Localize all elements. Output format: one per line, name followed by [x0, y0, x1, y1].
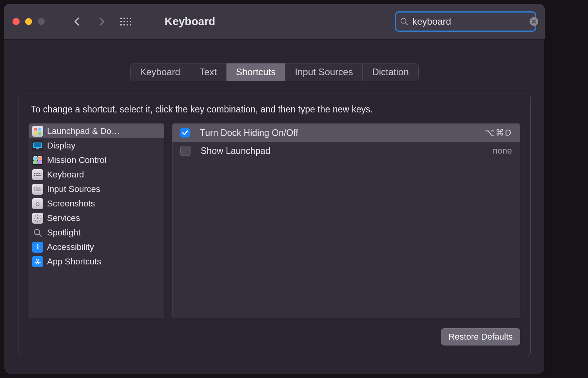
svg-rect-16 — [37, 173, 38, 174]
pane-body: KeyboardTextShortcutsInput SourcesDictat… — [4, 40, 545, 368]
category-label: Display — [47, 141, 75, 151]
svg-rect-8 — [36, 148, 39, 149]
category-label: Accessibility — [47, 242, 94, 252]
svg-point-47 — [37, 244, 38, 246]
mission-icon — [32, 155, 43, 166]
svg-line-43 — [35, 220, 36, 221]
columns: Launchpad & Do…DisplayMission ControlKey… — [29, 123, 520, 318]
category-input[interactable]: Input Sources — [29, 182, 164, 196]
zoom-window-button[interactable] — [38, 18, 45, 25]
tabs-container: KeyboardTextShortcutsInput SourcesDictat… — [16, 63, 533, 81]
shortcut-name: Turn Dock Hiding On/Off — [200, 128, 475, 138]
svg-rect-24 — [36, 187, 37, 188]
restore-defaults-button[interactable]: Restore Defaults — [441, 328, 520, 345]
svg-rect-17 — [39, 173, 40, 174]
launchpad-icon — [32, 126, 43, 137]
svg-rect-10 — [38, 156, 42, 160]
tab-dictation[interactable]: Dictation — [362, 63, 418, 81]
category-label: Launchpad & Do… — [47, 126, 120, 136]
svg-rect-13 — [33, 172, 42, 177]
svg-rect-4 — [34, 132, 37, 134]
tab-shortcuts[interactable]: Shortcuts — [226, 63, 285, 81]
services-icon — [32, 213, 43, 224]
category-screenshots[interactable]: Screenshots — [29, 196, 164, 211]
category-label: Input Sources — [47, 184, 100, 194]
svg-rect-26 — [39, 187, 40, 188]
svg-line-1 — [405, 23, 408, 25]
svg-rect-23 — [34, 187, 35, 188]
category-label: Keyboard — [47, 170, 84, 180]
display-icon — [32, 140, 43, 151]
shortcuts-panel: To change a shortcut, select it, click t… — [18, 94, 531, 356]
svg-line-40 — [35, 215, 36, 216]
svg-rect-18 — [41, 173, 42, 174]
clear-search-button[interactable] — [530, 17, 538, 26]
category-appshortcuts[interactable]: App Shortcuts — [29, 254, 164, 269]
shortcut-row[interactable]: Show Launchpadnone — [172, 142, 520, 160]
svg-line-42 — [40, 215, 40, 216]
category-display[interactable]: Display — [29, 138, 164, 153]
svg-rect-30 — [40, 189, 42, 190]
svg-rect-27 — [41, 187, 42, 188]
appshortcuts-icon — [32, 256, 43, 267]
svg-rect-3 — [38, 128, 41, 130]
svg-rect-15 — [36, 173, 37, 174]
shortcut-name: Show Launchpad — [201, 146, 483, 156]
category-list[interactable]: Launchpad & Do…DisplayMission ControlKey… — [29, 123, 164, 318]
tab-segmented-control: KeyboardTextShortcutsInput SourcesDictat… — [130, 63, 419, 81]
svg-rect-19 — [34, 175, 35, 176]
svg-rect-20 — [36, 175, 40, 176]
spotlight-icon — [32, 227, 43, 238]
shortcut-keys[interactable]: none — [493, 146, 512, 156]
back-button[interactable] — [72, 16, 82, 27]
forward-button[interactable] — [96, 16, 107, 27]
category-spotlight[interactable]: Spotlight — [29, 225, 164, 240]
search-input[interactable] — [412, 16, 530, 27]
category-launchpad[interactable]: Launchpad & Do… — [29, 124, 164, 138]
svg-rect-5 — [38, 132, 41, 134]
shortcut-enabled-checkbox[interactable] — [180, 128, 190, 137]
close-window-button[interactable] — [13, 18, 20, 25]
panel-description: To change a shortcut, select it, click t… — [31, 104, 518, 115]
category-label: Services — [47, 213, 80, 223]
tab-text[interactable]: Text — [190, 63, 226, 81]
category-keyboard[interactable]: Keyboard — [29, 167, 164, 182]
shortcut-keys[interactable]: ⌥⌘D — [485, 128, 512, 138]
minimize-window-button[interactable] — [25, 18, 32, 25]
category-services[interactable]: Services — [29, 211, 164, 225]
svg-rect-22 — [33, 186, 42, 192]
svg-rect-9 — [34, 156, 37, 160]
show-all-prefs-button[interactable] — [121, 16, 131, 27]
tab-keyboard[interactable]: Keyboard — [131, 63, 190, 81]
svg-line-45 — [39, 234, 41, 236]
shortcut-row[interactable]: Turn Dock Hiding On/Off⌥⌘D — [172, 124, 520, 142]
category-label: Spotlight — [47, 228, 81, 238]
keyboard-icon — [32, 169, 43, 180]
shortcut-enabled-checkbox[interactable] — [180, 146, 191, 156]
category-accessibility[interactable]: Accessibility — [29, 240, 164, 254]
window-controls — [13, 18, 45, 25]
search-icon — [400, 17, 408, 26]
svg-rect-2 — [34, 128, 37, 130]
accessibility-icon — [32, 242, 43, 253]
svg-rect-7 — [34, 143, 42, 147]
preferences-window: Keyboard KeyboardTextShortcutsInput Sour… — [4, 4, 545, 374]
input-icon — [32, 184, 43, 195]
search-field[interactable] — [395, 11, 536, 32]
svg-rect-14 — [34, 173, 35, 174]
titlebar: Keyboard — [4, 4, 545, 40]
svg-rect-28 — [34, 189, 35, 190]
svg-rect-29 — [36, 189, 40, 190]
category-mission[interactable]: Mission Control — [29, 153, 164, 167]
svg-rect-11 — [34, 160, 37, 164]
svg-rect-12 — [38, 160, 42, 164]
svg-rect-25 — [37, 187, 38, 188]
screenshots-icon — [32, 198, 43, 209]
svg-point-35 — [37, 217, 39, 219]
shortcut-list[interactable]: Turn Dock Hiding On/Off⌥⌘DShow Launchpad… — [172, 123, 520, 318]
tab-inputsrc[interactable]: Input Sources — [285, 63, 362, 81]
category-label: App Shortcuts — [47, 257, 101, 267]
svg-rect-33 — [36, 201, 39, 202]
svg-line-41 — [40, 220, 40, 221]
nav-buttons — [72, 16, 131, 27]
